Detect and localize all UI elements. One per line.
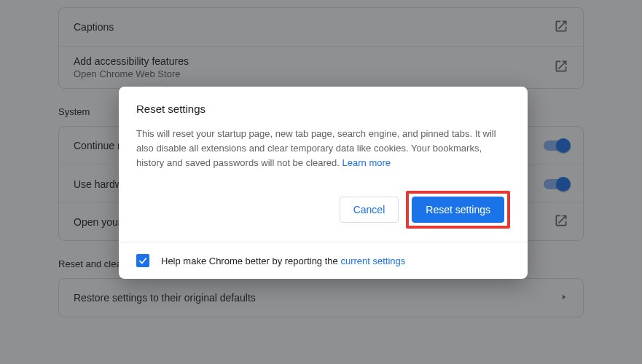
annotation-highlight: Reset settings: [406, 191, 510, 229]
dialog-title: Reset settings: [136, 103, 510, 115]
cancel-button[interactable]: Cancel: [340, 197, 399, 223]
footer-text: Help make Chrome better by reporting the…: [161, 256, 405, 266]
dialog-description: This will reset your startup page, new t…: [136, 128, 496, 168]
reset-settings-button[interactable]: Reset settings: [412, 197, 504, 223]
dialog-body-text: This will reset your startup page, new t…: [136, 127, 510, 170]
report-checkbox[interactable]: [136, 254, 149, 267]
current-settings-link[interactable]: current settings: [340, 256, 405, 266]
learn-more-link[interactable]: Learn more: [342, 157, 391, 168]
footer-prefix: Help make Chrome better by reporting the: [161, 256, 340, 266]
reset-settings-dialog: Reset settings This will reset your star…: [119, 87, 528, 279]
